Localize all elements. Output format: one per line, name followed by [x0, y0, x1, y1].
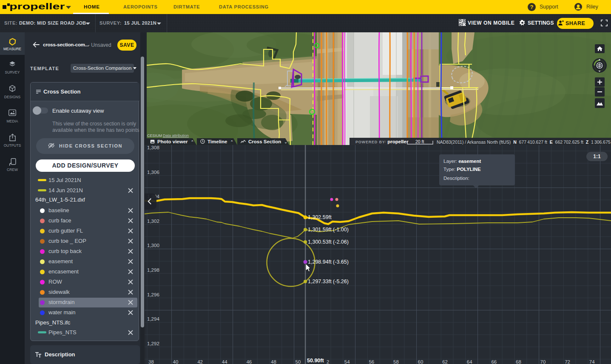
- svg-text:44: 44: [222, 359, 227, 364]
- svg-text:2: 2: [327, 359, 329, 364]
- svg-text:1,296: 1,296: [147, 292, 159, 297]
- svg-text:1,308: 1,308: [147, 145, 159, 150]
- svg-text:56: 56: [369, 359, 374, 364]
- svg-text:1,292: 1,292: [147, 341, 159, 346]
- svg-text:38: 38: [148, 359, 154, 364]
- svg-text:72: 72: [565, 359, 570, 364]
- svg-text:50.90ft: 50.90ft: [307, 358, 324, 364]
- svg-text:CESIUM: CESIUM: [147, 134, 162, 138]
- svg-text:66: 66: [491, 359, 497, 364]
- svg-text:70: 70: [540, 359, 546, 364]
- svg-text:60: 60: [418, 359, 423, 364]
- svg-text:50: 50: [296, 359, 301, 364]
- svg-text:1,300: 1,300: [147, 243, 159, 248]
- svg-text:1,297.33ft (-5.26): 1,297.33ft (-5.26): [308, 279, 349, 284]
- svg-text:62: 62: [442, 359, 448, 364]
- svg-text:64: 64: [467, 359, 472, 364]
- svg-text:48: 48: [271, 359, 276, 364]
- svg-text:1,294: 1,294: [147, 316, 159, 321]
- svg-text:68: 68: [516, 359, 521, 364]
- svg-text:74: 74: [589, 359, 595, 364]
- svg-text:1,301.59ft (-1.00): 1,301.59ft (-1.00): [308, 227, 349, 233]
- svg-text:1,302: 1,302: [147, 219, 159, 224]
- svg-text:40: 40: [173, 359, 179, 364]
- svg-text:1,302.59ft: 1,302.59ft: [308, 214, 332, 220]
- svg-text:42: 42: [197, 359, 203, 364]
- svg-text:1,300.53ft (-2.06): 1,300.53ft (-2.06): [308, 239, 349, 245]
- svg-text:1,298.94ft (-3.65): 1,298.94ft (-3.65): [308, 259, 349, 265]
- svg-text:58: 58: [393, 359, 399, 364]
- svg-text:1,298: 1,298: [147, 267, 159, 273]
- svg-text:46: 46: [246, 359, 252, 364]
- svg-text:1,306: 1,306: [147, 170, 159, 175]
- svg-text:Data attribution: Data attribution: [163, 134, 189, 138]
- svg-text:54: 54: [344, 359, 350, 364]
